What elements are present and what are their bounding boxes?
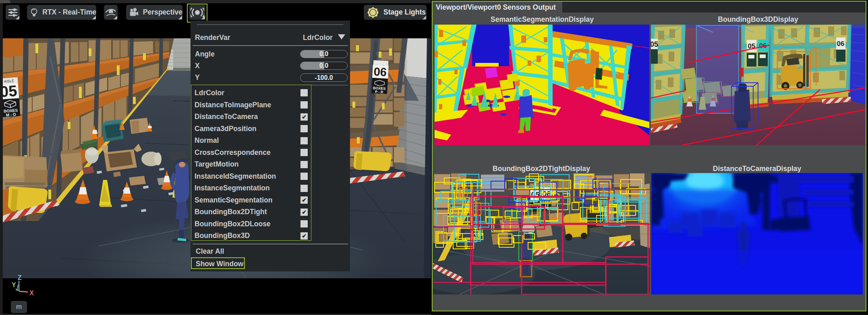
svg-text:X: X [29,290,34,296]
svg-text:06: 06 [373,65,387,79]
svg-text:05: 05 [3,82,18,100]
svg-text:Y: Y [12,282,16,288]
svg-text:Z: Z [18,274,22,281]
svg-text:06: 06 [837,40,845,48]
svg-text:P - R: P - R [375,90,383,94]
svg-text:M - O: M - O [6,112,16,117]
svg-text:05: 05 [651,40,658,48]
